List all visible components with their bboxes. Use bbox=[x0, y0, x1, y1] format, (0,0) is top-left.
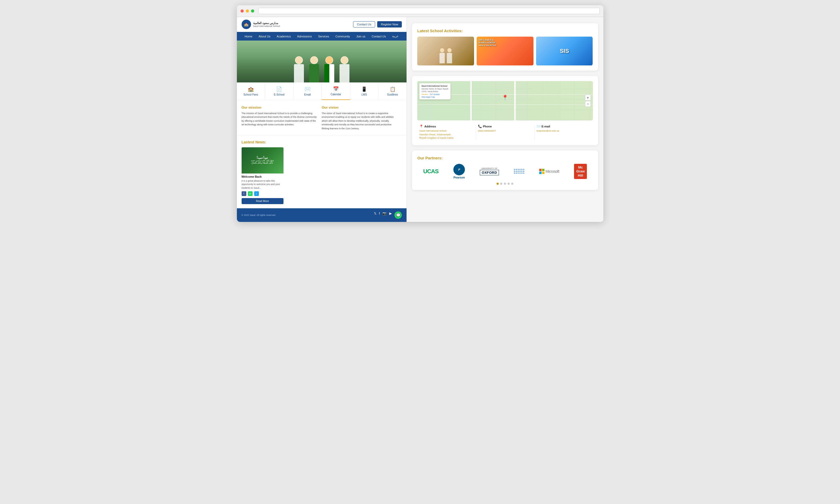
quick-link-eschool[interactable]: 📄 E-School bbox=[265, 83, 293, 100]
quick-link-guidelines[interactable]: 📋 Guidlines bbox=[378, 83, 407, 100]
vision-column: Our vision The vision of Saud Internatio… bbox=[322, 106, 402, 130]
latest-news-title: Lastest News: bbox=[242, 140, 402, 144]
partner-oxford-logo: UNIVERSITY OF OXFORD bbox=[480, 167, 499, 175]
contact-phone-col: 📞 Phone (966) 920002877 bbox=[476, 125, 535, 140]
close-dot[interactable] bbox=[240, 10, 244, 13]
youtube-footer-icon[interactable]: ▶ bbox=[389, 212, 392, 219]
news-image-line2: تنتهل لكم عام دراسي جديد bbox=[251, 159, 274, 162]
nav-academics[interactable]: Academics bbox=[273, 32, 294, 40]
contact-us-button[interactable]: Contact Us bbox=[353, 21, 375, 28]
whatsapp-footer-button[interactable]: 💬 bbox=[394, 212, 402, 219]
nav-arabic[interactable]: عربية bbox=[389, 32, 402, 40]
nav-join[interactable]: Join us bbox=[353, 32, 369, 40]
logo-icon: 🏫 bbox=[242, 20, 251, 29]
guidelines-label: Guidlines bbox=[387, 93, 398, 96]
phone-heading: 📞 Phone bbox=[478, 125, 532, 128]
right-column: Latest School Activities: bbox=[407, 17, 603, 222]
map-container[interactable]: Saud International School Hamdan Street,… bbox=[417, 81, 593, 120]
svg-rect-2 bbox=[539, 172, 541, 174]
quick-link-calendar[interactable]: 📅 Calendar bbox=[322, 83, 350, 100]
activities-title: Latest School Activities: bbox=[417, 29, 593, 33]
logo-area: 🏫 مدارس سعود العالمية Saud International… bbox=[242, 20, 280, 29]
carousel-dot-5[interactable] bbox=[511, 183, 513, 185]
map-rating: ★★★★☆ 217 reviews bbox=[422, 93, 448, 95]
eschool-label: E-School bbox=[274, 93, 285, 96]
url-bar[interactable] bbox=[258, 8, 600, 14]
whatsapp-share-icon[interactable]: w bbox=[248, 191, 253, 196]
main-layout: 🏫 مدارس سعود العالمية Saud International… bbox=[237, 17, 603, 222]
figure-head-1 bbox=[295, 56, 303, 64]
carousel-dots bbox=[417, 183, 593, 185]
nav-community[interactable]: Community bbox=[332, 32, 353, 40]
school-fees-label: School Fees bbox=[244, 93, 258, 96]
carousel-dot-4[interactable] bbox=[507, 183, 510, 185]
svg-rect-1 bbox=[542, 169, 544, 171]
latest-news-section: Lastest News: عوداً حميداً تنتهل لكم عام… bbox=[237, 136, 407, 209]
nav-services[interactable]: Services bbox=[315, 32, 332, 40]
person-head-2 bbox=[447, 48, 451, 52]
quick-link-email[interactable]: ✉️ Email bbox=[293, 83, 322, 100]
phone-icon: 📞 bbox=[478, 125, 482, 128]
hero-figure-1 bbox=[294, 56, 304, 83]
vision-text: The vision of Saud International School … bbox=[322, 111, 398, 130]
instagram-footer-icon[interactable]: 📷 bbox=[382, 212, 387, 219]
carousel-dot-2[interactable] bbox=[500, 183, 502, 185]
person-fig-1 bbox=[440, 48, 445, 63]
map-zoom-in-button[interactable]: + bbox=[585, 95, 591, 101]
partner-pearson-logo: P Pearson bbox=[453, 164, 465, 179]
activity-photo-2: SRI LANKA &BANGLADESHINDIA & MAURITIUS bbox=[477, 37, 534, 66]
figure-body-3 bbox=[324, 64, 334, 83]
hero-figure-3 bbox=[324, 56, 334, 83]
contact-email-col: ✉️ E-mail enquiries@sis.edu.sa bbox=[535, 125, 593, 140]
activity-photo-3: SIS bbox=[536, 37, 593, 66]
person-body-1 bbox=[440, 53, 445, 63]
partner-mcgraw-logo: McGrawHill bbox=[574, 164, 587, 179]
site-nav: Home About Us Academics Admissions Servi… bbox=[237, 32, 407, 40]
nav-contact[interactable]: Contact Us bbox=[369, 32, 389, 40]
figure-head-4 bbox=[341, 56, 348, 64]
lms-icon: 📱 bbox=[361, 86, 367, 92]
activities-card: Latest School Activities: bbox=[412, 23, 598, 71]
figure-body-4 bbox=[340, 64, 350, 83]
arabic-logo-grid bbox=[514, 169, 524, 174]
rating-count: 217 reviews bbox=[430, 93, 440, 95]
nav-home[interactable]: Home bbox=[242, 32, 255, 40]
facebook-share-icon[interactable]: f bbox=[242, 191, 246, 196]
carousel-dot-3[interactable] bbox=[504, 183, 506, 185]
quick-link-lms[interactable]: 📱 LMS bbox=[350, 83, 378, 100]
nav-about[interactable]: About Us bbox=[255, 32, 273, 40]
address-heading: 📍 Address bbox=[419, 125, 473, 128]
contact-address-col: 📍 Address Saud International School Hamd… bbox=[417, 125, 476, 140]
email-text: enquiries@sis.edu.sa bbox=[537, 129, 591, 133]
logo-ar: مدارس سعود العالمية bbox=[253, 21, 280, 25]
maximize-dot[interactable] bbox=[251, 10, 254, 13]
phone-label: Phone bbox=[483, 125, 492, 128]
nav-admissions[interactable]: Admissions bbox=[294, 32, 315, 40]
twitter-share-icon[interactable]: t bbox=[254, 191, 259, 196]
partners-title: Our Partners: bbox=[417, 156, 593, 160]
minimize-dot[interactable] bbox=[246, 10, 249, 13]
carousel-dot-1[interactable] bbox=[497, 183, 499, 185]
partners-card: Our Partners: UCAS P Pearson UNIVERSITY … bbox=[412, 150, 598, 190]
footer-social-links: 𝕏 f 📷 ▶ 💬 bbox=[374, 212, 402, 219]
svg-rect-0 bbox=[539, 169, 541, 171]
quick-link-school-fees[interactable]: 🏫 School Fees bbox=[237, 83, 265, 100]
calendar-icon: 📅 bbox=[333, 86, 339, 92]
register-now-button[interactable]: Register Now bbox=[377, 21, 402, 28]
read-more-button[interactable]: Read More bbox=[242, 198, 284, 204]
partner-microsoft-logo: Microsoft bbox=[539, 169, 559, 174]
site-header: 🏫 مدارس سعود العالمية Saud International… bbox=[237, 17, 407, 32]
email-contact-icon: ✉️ bbox=[537, 125, 540, 128]
logo-text-block: مدارس سعود العالمية Saud International S… bbox=[253, 21, 280, 28]
phone-text: (966) 920002877 bbox=[478, 129, 532, 133]
address-label: Address bbox=[424, 125, 436, 128]
twitter-footer-icon[interactable]: 𝕏 bbox=[374, 212, 376, 219]
map-background: Saud International School Hamdan Street,… bbox=[417, 81, 593, 120]
map-zoom-out-button[interactable]: − bbox=[585, 101, 591, 107]
facebook-footer-icon[interactable]: f bbox=[379, 212, 380, 219]
mission-column: Our mission The mission of Saud Internat… bbox=[242, 106, 322, 130]
map-pin-icon: 📍 bbox=[502, 94, 508, 101]
figure-head-3 bbox=[325, 56, 333, 64]
view-map-link[interactable]: View larger map bbox=[422, 96, 448, 98]
map-zoom-controls: + − bbox=[585, 95, 591, 107]
